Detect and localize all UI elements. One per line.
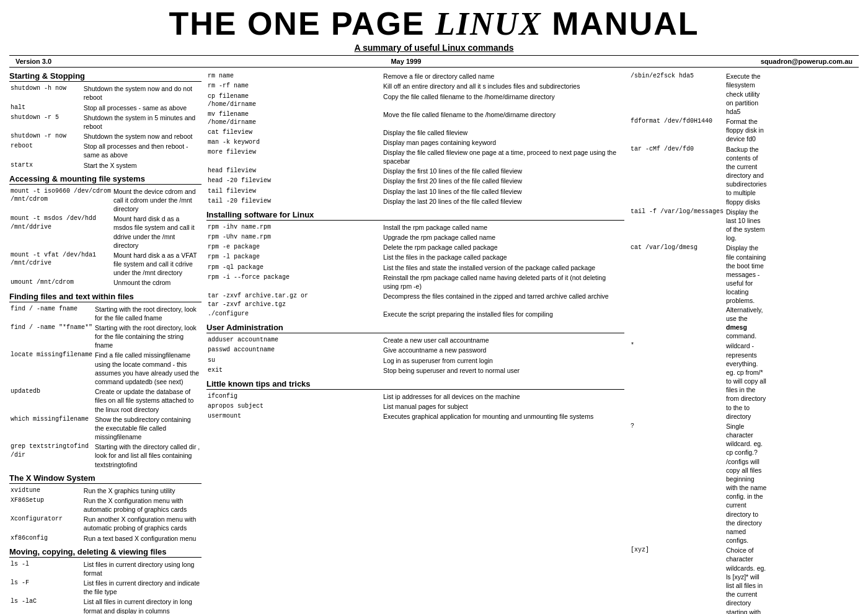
- table-row: rpm -l packageList the files in the pack…: [206, 252, 624, 262]
- table-row: XconfiguratorrRun another X configuratio…: [9, 514, 202, 533]
- table-row: tar -cMf /dev/fd0Backup the contents of …: [629, 144, 768, 207]
- installing-table: rpm -ihv name.rpmInstall the rpm package…: [206, 222, 624, 319]
- right-top-table: /sbin/e2fsck hda5Execute the filesystem …: [629, 71, 768, 614]
- section-mounting: Accessing & mounting file systems: [9, 174, 202, 185]
- table-row: suLog in as superuser from current login: [206, 356, 624, 366]
- table-row: startxStart the X system: [9, 160, 202, 170]
- mid-column: rm nameRemove a file or directory called…: [206, 71, 624, 614]
- table-row: rm -rf nameKill off an entire directory …: [206, 81, 624, 91]
- section-installing: Installing software for Linux: [206, 210, 624, 221]
- table-row: ls -FList files in current directory and…: [9, 578, 202, 597]
- section-user-admin: User Administration: [206, 323, 624, 333]
- section-file-ops: Moving, copying, deleting & viewing file…: [9, 547, 202, 558]
- table-row: ifconfigList ip addresses for all device…: [206, 392, 624, 401]
- file-cmds-table: rm nameRemove a file or directory called…: [206, 71, 624, 206]
- header: THE ONE PAGE LINUX MANUAL A summary of u…: [9, 6, 859, 53]
- table-row: locate missingfilenameFind a file called…: [9, 350, 202, 387]
- table-row: shutdown -r 5Shutdown the system in 5 mi…: [9, 113, 202, 131]
- table-row: exitStop being superuser and revert to n…: [206, 366, 624, 375]
- table-row: ls -lList files in current directory usi…: [9, 559, 202, 578]
- section-tips: Little known tips and tricks: [206, 379, 624, 390]
- table-row: xvidtuneRun the X graphics tuning utilit…: [9, 486, 202, 496]
- table-row: tail -f /var/log/messagesDisplay the las…: [629, 207, 768, 243]
- table-row: find / -name "*fname*"Starting with the …: [9, 323, 202, 351]
- table-row: rpm -Uhv name.rpmUpgrade the rpm package…: [206, 232, 624, 242]
- table-row: rpm -ihv name.rpmInstall the rpm package…: [206, 222, 624, 232]
- table-row: rpm -e packageDelete the rpm package cal…: [206, 242, 624, 252]
- table-row: tail -20 fileviewDisplay the last 20 lin…: [206, 196, 624, 206]
- title-em: LINUX: [435, 6, 542, 42]
- table-row: tail fileviewDisplay the last 10 lines o…: [206, 186, 624, 196]
- table-row: /sbin/e2fsck hda5Execute the filesystem …: [629, 71, 768, 116]
- x-window-table: xvidtuneRun the X graphics tuning utilit…: [9, 486, 202, 543]
- user-admin-table: adduser accountnameCreate a new user cal…: [206, 335, 624, 375]
- table-row: [xyz]Choice of character wildcards. eg. …: [629, 545, 768, 614]
- table-row: adduser accountnameCreate a new user cal…: [206, 335, 624, 345]
- table-row: mount -t vfat /dev/hda1/mnt/cdriveMount …: [9, 250, 202, 278]
- table-row: mount -t iso9660 /dev/cdrom/mnt/cdromMou…: [9, 186, 202, 214]
- table-row: mount -t msdos /dev/hdd/mnt/ddriveMount …: [9, 214, 202, 250]
- table-row: cp filename/home/dirnameCopy the file ca…: [206, 92, 624, 110]
- finding-table: find / -name fnameStarting with the root…: [9, 304, 202, 470]
- table-row: mv filename/home/dirnameMove the file ca…: [206, 110, 624, 128]
- table-row: find / -name fnameStarting with the root…: [9, 304, 202, 323]
- table-row: which missingfilenameShow the subdirecto…: [9, 414, 202, 442]
- table-row: cat fileviewDisplay the file called file…: [206, 128, 624, 138]
- email: squadron@powerup.com.au: [761, 58, 852, 65]
- table-row: ls -laCList all files in current directo…: [9, 597, 202, 614]
- table-row: tar -zxvf archive.tar.gz ortar -zxvf arc…: [206, 291, 624, 309]
- table-row: passwd accountnameGive accountname a new…: [206, 345, 624, 355]
- tips-table: ifconfigList ip addresses for all device…: [206, 392, 624, 422]
- section-x-window: The X Window System: [9, 473, 202, 484]
- main-layout: Starting & Stopping shutdown -h nowShutd…: [9, 71, 859, 614]
- table-row: grep textstringtofind/dirStarting with t…: [9, 442, 202, 470]
- left-column: Starting & Stopping shutdown -h nowShutd…: [9, 71, 202, 614]
- page: THE ONE PAGE LINUX MANUAL A summary of u…: [0, 0, 868, 614]
- table-row: rpm -ql packageList the files and state …: [206, 263, 624, 273]
- subtitle: A summary of useful Linux commands: [9, 43, 859, 53]
- table-row: updatedbCreate or update the database of…: [9, 387, 202, 414]
- table-row: apropos subjectList manual pages for sub…: [206, 401, 624, 411]
- table-row: fdformat /dev/fd0H1440Format the floppy …: [629, 116, 768, 144]
- section-starting-stopping: Starting & Stopping: [9, 71, 202, 82]
- table-row: rpm -i --force packageReinstall the rpm …: [206, 273, 624, 291]
- version: Version 3.0: [16, 58, 51, 65]
- table-row: ?Single character wildcard. eg. cp confi…: [629, 421, 768, 545]
- table-row: umount /mnt/cdromUnmount the cdrom: [9, 278, 202, 287]
- table-row: head fileviewDisplay the first 10 lines …: [206, 166, 624, 176]
- table-row: shutdown -h nowShutdown the system now a…: [9, 84, 202, 102]
- table-row: man -k keywordDisplay man pages containi…: [206, 138, 624, 147]
- table-row: more fileviewDisplay the file called fil…: [206, 147, 624, 166]
- table-row: ./configureExecute the script preparing …: [206, 309, 624, 319]
- title-post: MANUAL: [542, 6, 699, 42]
- header-meta: Version 3.0 May 1999 squadron@powerup.co…: [9, 55, 859, 68]
- file-ops-table: ls -lList files in current directory usi…: [9, 559, 202, 614]
- section-finding: Finding files and text within files: [9, 292, 202, 302]
- table-row: rm nameRemove a file or directory called…: [206, 71, 624, 81]
- right-column: /sbin/e2fsck hda5Execute the filesystem …: [629, 71, 859, 614]
- table-row: haltStop all processes - same as above: [9, 103, 202, 113]
- table-row: *wildcard - represents everything. eg. c…: [629, 341, 768, 421]
- table-row: shutdown -r nowShutdown the system now a…: [9, 131, 202, 141]
- table-row: XF86SetupRun the X configuration menu wi…: [9, 496, 202, 514]
- starting-stopping-table: shutdown -h nowShutdown the system now a…: [9, 84, 202, 170]
- date: May 1999: [391, 58, 421, 65]
- table-row: head -20 fileviewDisplay the first 20 li…: [206, 176, 624, 186]
- title-pre: THE ONE PAGE: [169, 6, 435, 42]
- table-row: cat /var/log/dmesgDisplay the file conta…: [629, 243, 768, 341]
- table-row: usermountExecutes graphical application …: [206, 411, 624, 421]
- mounting-table: mount -t iso9660 /dev/cdrom/mnt/cdromMou…: [9, 186, 202, 288]
- table-row: rebootStop all processes and then reboot…: [9, 141, 202, 160]
- main-title: THE ONE PAGE LINUX MANUAL: [9, 6, 859, 42]
- table-row: xf86configRun a text based X configurati…: [9, 533, 202, 543]
